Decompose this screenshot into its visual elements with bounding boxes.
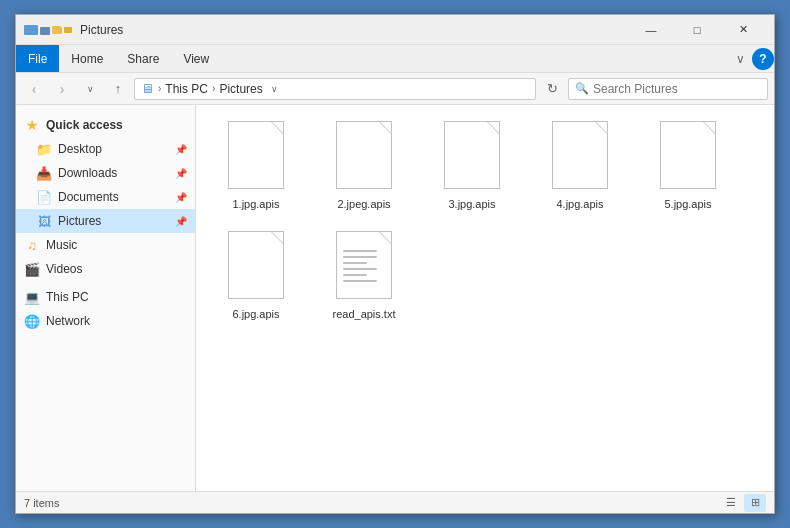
star-icon: ★ [24, 117, 40, 133]
main-area: ★ Quick access 📁 Desktop 📌 📥 Downloads 📌… [16, 105, 774, 491]
sidebar-item-pictures[interactable]: 🖼 Pictures 📌 [16, 209, 195, 233]
up-button[interactable]: ↑ [106, 77, 130, 101]
menu-share[interactable]: Share [115, 45, 171, 72]
close-button[interactable]: ✕ [720, 15, 766, 45]
folder-down-icon: 📥 [36, 165, 52, 181]
path-dropdown[interactable]: ∨ [267, 78, 283, 100]
file-label-6: 6.jpg.apis [232, 307, 279, 321]
window-controls: — □ ✕ [628, 15, 766, 45]
sidebar: ★ Quick access 📁 Desktop 📌 📥 Downloads 📌… [16, 105, 196, 491]
search-input[interactable] [593, 82, 761, 96]
breadcrumb-pictures[interactable]: Pictures [219, 82, 262, 96]
sidebar-quickaccess[interactable]: ★ Quick access [16, 113, 195, 137]
thispc-icon: 🖥 [141, 81, 154, 96]
file-label-7: read_apis.txt [333, 307, 396, 321]
file-item-6[interactable]: 6.jpg.apis [206, 225, 306, 327]
breadcrumb-bar: 🖥 › This PC › Pictures ∨ [134, 78, 536, 100]
pictures-folder-icon: 🖼 [36, 213, 52, 229]
item-count: 7 items [24, 497, 59, 509]
file-icon-1 [224, 121, 288, 193]
file-label-2: 2.jpeg.apis [337, 197, 390, 211]
file-icon-6 [224, 231, 288, 303]
forward-button[interactable]: › [50, 77, 74, 101]
maximize-button[interactable]: □ [674, 15, 720, 45]
list-view-button[interactable]: ☰ [720, 494, 742, 512]
large-icons-view-button[interactable]: ⊞ [744, 494, 766, 512]
file-item-7[interactable]: read_apis.txt [314, 225, 414, 327]
pin-icon: 📌 [175, 144, 187, 155]
thispc-icon-sidebar: 💻 [24, 289, 40, 305]
title-bar: Pictures — □ ✕ [16, 15, 774, 45]
menu-bar: File Home Share View ∨ ? [16, 45, 774, 73]
menu-home[interactable]: Home [59, 45, 115, 72]
pin-icon-3: 📌 [175, 192, 187, 203]
view-buttons: ☰ ⊞ [720, 494, 766, 512]
sidebar-item-thispc[interactable]: 💻 This PC [16, 285, 195, 309]
file-icon-4 [548, 121, 612, 193]
help-button[interactable]: ? [752, 48, 774, 70]
sidebar-item-downloads[interactable]: 📥 Downloads 📌 [16, 161, 195, 185]
sidebar-item-documents[interactable]: 📄 Documents 📌 [16, 185, 195, 209]
folder-blue-icon: 📁 [36, 141, 52, 157]
sidebar-item-desktop[interactable]: 📁 Desktop 📌 [16, 137, 195, 161]
file-area: 1.jpg.apis 2.jpeg.apis 3.jpg.apis [196, 105, 774, 491]
title-bar-icon [24, 25, 72, 35]
address-bar: ‹ › ∨ ↑ 🖥 › This PC › Pictures ∨ ↻ 🔍 [16, 73, 774, 105]
file-item-4[interactable]: 4.jpg.apis [530, 115, 630, 217]
pin-icon-2: 📌 [175, 168, 187, 179]
network-icon: 🌐 [24, 313, 40, 329]
sidebar-item-music[interactable]: ♫ Music [16, 233, 195, 257]
sidebar-item-videos[interactable]: 🎬 Videos [16, 257, 195, 281]
menu-chevron[interactable]: ∨ [728, 47, 752, 71]
file-item-3[interactable]: 3.jpg.apis [422, 115, 522, 217]
menu-file[interactable]: File [16, 45, 59, 72]
file-label-1: 1.jpg.apis [232, 197, 279, 211]
videos-icon: 🎬 [24, 261, 40, 277]
menu-view[interactable]: View [171, 45, 221, 72]
breadcrumb-thispc[interactable]: This PC [165, 82, 208, 96]
file-label-3: 3.jpg.apis [448, 197, 495, 211]
window: Pictures — □ ✕ File Home Share View ∨ ? … [15, 14, 775, 514]
pin-icon-4: 📌 [175, 216, 187, 227]
search-box[interactable]: 🔍 [568, 78, 768, 100]
window-title: Pictures [80, 23, 628, 37]
refresh-button[interactable]: ↻ [540, 77, 564, 101]
file-label-4: 4.jpg.apis [556, 197, 603, 211]
search-icon: 🔍 [575, 82, 589, 95]
file-item-1[interactable]: 1.jpg.apis [206, 115, 306, 217]
file-item-5[interactable]: 5.jpg.apis [638, 115, 738, 217]
status-bar: 7 items ☰ ⊞ [16, 491, 774, 513]
file-icon-3 [440, 121, 504, 193]
music-icon: ♫ [24, 237, 40, 253]
file-icon-7 [332, 231, 396, 303]
minimize-button[interactable]: — [628, 15, 674, 45]
file-icon-2 [332, 121, 396, 193]
file-item-2[interactable]: 2.jpeg.apis [314, 115, 414, 217]
file-icon-5 [656, 121, 720, 193]
sidebar-item-network[interactable]: 🌐 Network [16, 309, 195, 333]
file-label-5: 5.jpg.apis [664, 197, 711, 211]
folder-doc-icon: 📄 [36, 189, 52, 205]
recent-locations-button[interactable]: ∨ [78, 77, 102, 101]
back-button[interactable]: ‹ [22, 77, 46, 101]
